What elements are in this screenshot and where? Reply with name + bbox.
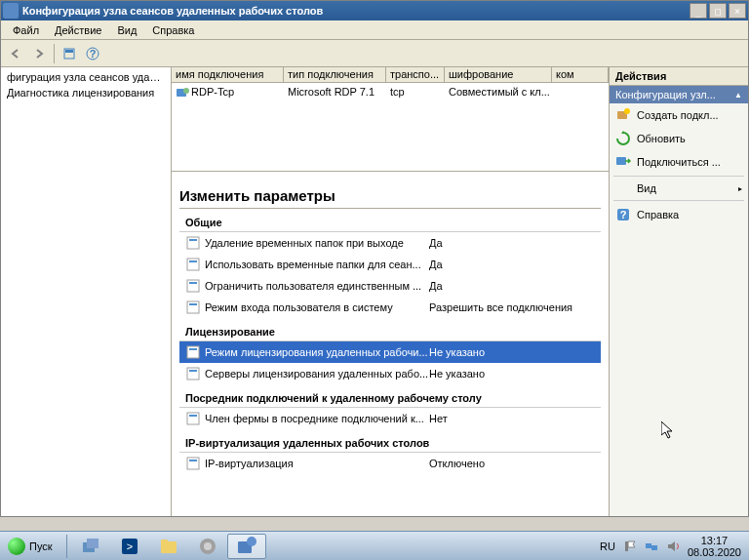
titlebar[interactable]: Конфигурация узла сеансов удаленных рабо… (1, 1, 748, 20)
connection-list: имя подключения тип подключения транспо.… (172, 67, 609, 172)
svg-rect-32 (161, 540, 168, 543)
svg-rect-19 (189, 415, 197, 417)
setting-icon (185, 235, 201, 251)
conn-encryption: Совместимый с кл... (445, 85, 552, 100)
setting-icon (185, 411, 201, 426)
svg-rect-13 (189, 303, 197, 305)
menu-action[interactable]: Действие (47, 22, 109, 38)
section-licensing: Лицензирование (179, 322, 601, 341)
setting-temp-folders-delete[interactable]: Удаление временных папок при выходеДа (179, 232, 601, 254)
language-indicator[interactable]: RU (600, 540, 615, 552)
action-refresh[interactable]: Обновить (610, 127, 748, 150)
svg-rect-8 (187, 259, 199, 270)
app-icon (3, 3, 19, 19)
svg-point-34 (204, 542, 212, 550)
main-area: фигурация узла сеансов удаленных Диагнос… (1, 67, 748, 516)
conn-transport: tcp (386, 85, 445, 100)
menu-view[interactable]: Вид (109, 22, 144, 38)
tray-icon-network[interactable] (645, 540, 658, 553)
system-tray: RU 13:17 08.03.2020 (594, 535, 747, 558)
task-current-app[interactable] (227, 534, 266, 559)
toolbar-separator (54, 44, 55, 63)
connect-icon (615, 154, 631, 170)
action-help[interactable]: ?Справка (610, 203, 748, 226)
refresh-icon (615, 131, 631, 146)
tray-icon-sound[interactable] (666, 540, 680, 553)
collapse-icon: ▲ (734, 91, 742, 100)
task-app1[interactable] (188, 534, 227, 559)
menubar: Файл Действие Вид Справка (1, 20, 748, 40)
taskbar: Пуск > RU 13:17 08.03.2020 (0, 531, 749, 560)
settings-title: Изменить параметры (179, 180, 601, 209)
setting-restrict-user[interactable]: Ограничить пользователя единственным ...… (179, 275, 601, 297)
svg-rect-15 (189, 348, 197, 350)
col-transport[interactable]: транспо... (386, 67, 445, 82)
connection-icon (176, 86, 189, 100)
action-view[interactable]: Вид▸ (610, 179, 748, 198)
window-controls: _ □ × (690, 3, 746, 19)
svg-rect-7 (189, 239, 197, 241)
setting-icon (185, 257, 201, 272)
setting-icon (185, 344, 201, 360)
svg-rect-24 (616, 157, 626, 165)
svg-rect-6 (187, 237, 199, 249)
svg-rect-21 (189, 460, 197, 461)
section-broker: Посредник подключений к удаленному рабоч… (179, 388, 601, 408)
svg-text:?: ? (90, 48, 97, 60)
svg-text:>: > (126, 540, 132, 552)
action-separator (613, 176, 744, 177)
setting-licensing-servers[interactable]: Серверы лицензирования удаленных рабо...… (179, 363, 601, 384)
actions-panel: Действия Конфигурация узл... ▲ Создать п… (610, 67, 748, 516)
connection-row[interactable]: RDP-Tcp Microsoft RDP 7.1 tcp Совместимы… (172, 83, 609, 102)
back-button[interactable] (5, 43, 26, 64)
task-server-manager[interactable] (71, 534, 110, 559)
col-type[interactable]: тип подключения (284, 67, 386, 82)
svg-point-23 (624, 108, 630, 114)
svg-text:?: ? (620, 209, 627, 220)
toolbar: ? (1, 40, 748, 67)
start-button[interactable]: Пуск (2, 534, 62, 559)
maximize-button[interactable]: □ (709, 3, 727, 19)
setting-icon (185, 456, 201, 471)
action-create-connection[interactable]: Создать подкл... (610, 103, 748, 127)
settings-area: Изменить параметры Общие Удаление времен… (172, 172, 609, 516)
svg-point-5 (183, 88, 189, 94)
setting-ip-virtualization[interactable]: IP-виртуализацияОтключено (179, 453, 601, 474)
section-general: Общие (179, 213, 601, 232)
window-title: Конфигурация узла сеансов удаленных рабо… (22, 5, 690, 17)
tray-clock[interactable]: 13:17 08.03.2020 (688, 535, 741, 558)
help-button[interactable]: ? (82, 43, 103, 64)
col-encryption[interactable]: шифрование (445, 67, 552, 82)
col-name[interactable]: имя подключения (172, 67, 284, 82)
svg-rect-18 (187, 413, 199, 424)
taskbar-separator (66, 535, 67, 558)
center-panel: имя подключения тип подключения транспо.… (172, 67, 610, 516)
action-connect[interactable]: Подключиться ... (610, 150, 748, 174)
setting-licensing-mode[interactable]: Режим лицензирования удаленных рабочи...… (179, 341, 601, 363)
minimize-button[interactable]: _ (690, 3, 707, 19)
actions-header: Действия (610, 67, 748, 86)
svg-rect-20 (187, 458, 199, 469)
close-button[interactable]: × (729, 3, 746, 19)
col-comment[interactable]: ком (552, 67, 609, 82)
tree-panel: фигурация узла сеансов удаленных Диагнос… (1, 67, 172, 516)
task-powershell[interactable]: > (110, 534, 149, 559)
svg-rect-11 (189, 282, 197, 284)
app-window: Конфигурация узла сеансов удаленных рабо… (0, 0, 749, 517)
setting-temp-folders-use[interactable]: Использовать временные папки для сеан...… (179, 254, 601, 275)
task-explorer[interactable] (149, 534, 188, 559)
actions-subheader[interactable]: Конфигурация узл... ▲ (610, 86, 748, 103)
menu-file[interactable]: Файл (5, 22, 47, 38)
forward-button[interactable] (28, 43, 50, 64)
tree-item-config[interactable]: фигурация узла сеансов удаленных (3, 69, 169, 85)
setting-icon (185, 300, 201, 315)
svg-rect-10 (187, 280, 199, 292)
tree-item-diagnostics[interactable]: Диагностика лицензирования (3, 85, 169, 100)
setting-farm-member[interactable]: Член фермы в посреднике подключений к...… (179, 408, 601, 429)
svg-rect-28 (87, 539, 99, 548)
setting-logon-mode[interactable]: Режим входа пользователя в системуРазреш… (179, 297, 601, 318)
refresh-button[interactable] (59, 43, 80, 64)
menu-help[interactable]: Справка (144, 22, 202, 38)
tray-icon-flag[interactable] (623, 540, 637, 553)
help-icon: ? (615, 207, 631, 222)
